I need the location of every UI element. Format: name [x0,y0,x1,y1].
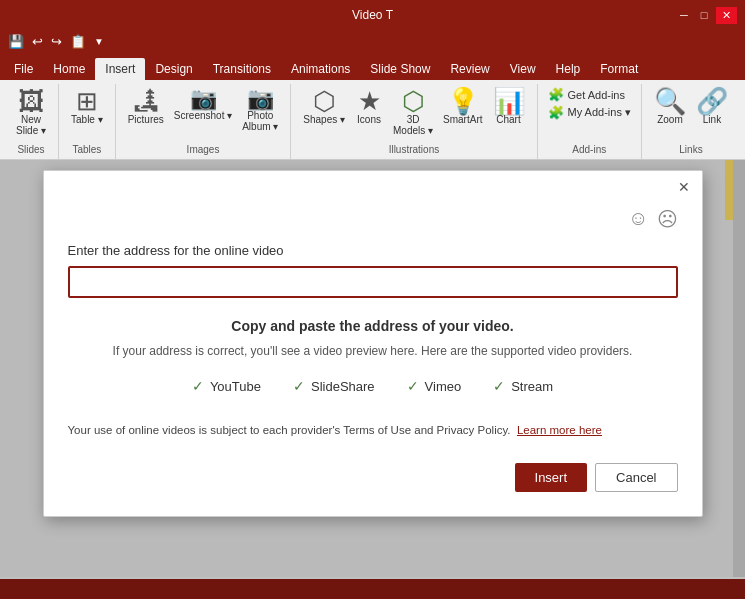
smartart-button[interactable]: 💡 SmartArt [439,86,486,127]
ribbon: 🖼 NewSlide ▾ Slides ⊞ Table ▾ Tables 🏞 P [0,80,745,160]
new-slide-button[interactable]: 🖼 NewSlide ▾ [12,86,50,138]
zoom-label: Zoom [657,114,683,125]
present-icon[interactable]: 📋 [68,32,88,51]
tab-transitions[interactable]: Transitions [203,58,281,80]
chart-button[interactable]: 📊 Chart [489,86,529,127]
icons-button[interactable]: ★ Icons [351,86,387,127]
slides-group-items: 🖼 NewSlide ▾ [12,86,50,144]
tab-slideshow[interactable]: Slide Show [360,58,440,80]
tables-group-label: Tables [72,144,101,157]
screenshot-button[interactable]: 📷 Screenshot ▾ [170,86,236,123]
cancel-button[interactable]: Cancel [595,463,677,492]
providers-row: ✓ YouTube ✓ SlideShare ✓ Vimeo ✓ Stream [68,378,678,394]
tab-animations[interactable]: Animations [281,58,360,80]
tab-help[interactable]: Help [546,58,591,80]
tab-home[interactable]: Home [43,58,95,80]
provider-stream-label: Stream [511,379,553,394]
app-window: Video T ─ □ ✕ 💾 ↩ ↪ 📋 ▼ File Home Insert… [0,0,745,599]
images-group-label: Images [187,144,220,157]
check-vimeo-icon: ✓ [407,378,419,394]
3d-models-button[interactable]: ⬡ 3DModels ▾ [389,86,437,138]
get-addins-button[interactable]: 🧩 Get Add-ins [546,86,627,103]
photo-album-button[interactable]: 📷 PhotoAlbum ▾ [238,86,282,134]
tos-text: Your use of online videos is subject to … [68,424,511,436]
get-addins-icon: 🧩 [548,87,564,102]
link-label: Link [703,114,721,125]
sad-emoji[interactable]: ☹ [657,207,678,231]
title-bar-controls: ─ □ ✕ [676,7,737,24]
dialog-body: ☺ ☹ Enter the address for the online vid… [44,197,702,516]
close-icon[interactable]: ✕ [716,7,737,24]
tab-format[interactable]: Format [590,58,648,80]
tos-row: Your use of online videos is subject to … [68,422,678,439]
title-bar: Video T ─ □ ✕ [0,0,745,30]
zoom-icon: 🔍 [654,88,686,114]
tab-design[interactable]: Design [145,58,202,80]
get-addins-label: Get Add-ins [568,89,625,101]
tab-insert[interactable]: Insert [95,58,145,80]
shapes-button[interactable]: ⬡ Shapes ▾ [299,86,349,127]
provider-youtube-label: YouTube [210,379,261,394]
video-url-input[interactable] [68,266,678,298]
ribbon-group-tables: ⊞ Table ▾ Tables [59,84,116,159]
ribbon-group-images: 🏞 Pictures 📷 Screenshot ▾ 📷 PhotoAlbum ▾… [116,84,292,159]
ribbon-tabs: File Home Insert Design Transitions Anim… [0,52,745,80]
tab-file[interactable]: File [4,58,43,80]
tab-review[interactable]: Review [440,58,499,80]
screenshot-icon: 📷 [190,88,217,110]
provider-slideshare-label: SlideShare [311,379,375,394]
provider-stream: ✓ Stream [493,378,553,394]
check-youtube-icon: ✓ [192,378,204,394]
chart-icon: 📊 [493,88,525,114]
screenshot-label: Screenshot ▾ [174,110,232,121]
my-addins-label: My Add-ins ▾ [568,106,631,119]
my-addins-button[interactable]: 🧩 My Add-ins ▾ [546,104,633,121]
provider-vimeo-label: Vimeo [425,379,462,394]
illustrations-group-items: ⬡ Shapes ▾ ★ Icons ⬡ 3DModels ▾ 💡 SmartA… [299,86,528,144]
shapes-label: Shapes ▾ [303,114,345,125]
restore-icon[interactable]: □ [696,7,712,23]
ribbon-group-illustrations: ⬡ Shapes ▾ ★ Icons ⬡ 3DModels ▾ 💡 SmartA… [291,84,537,159]
illustrations-group-label: Illustrations [389,144,440,157]
tos-link[interactable]: Learn more here [517,424,602,436]
icons-label: Icons [357,114,381,125]
addins-group-items: 🧩 Get Add-ins 🧩 My Add-ins ▾ [546,86,633,144]
shapes-icon: ⬡ [313,88,336,114]
emoji-row: ☺ ☹ [68,207,678,231]
online-video-dialog: ✕ ☺ ☹ Enter the address for the online v… [43,170,703,517]
minimize-icon[interactable]: ─ [676,7,692,23]
dialog-titlebar: ✕ [44,171,702,197]
addins-group-label: Add-ins [572,144,606,157]
redo-icon[interactable]: ↪ [49,32,64,51]
photo-album-icon: 📷 [247,88,274,110]
provider-slideshare: ✓ SlideShare [293,378,375,394]
new-slide-label: NewSlide ▾ [16,114,46,136]
provider-youtube: ✓ YouTube [192,378,261,394]
zoom-button[interactable]: 🔍 Zoom [650,86,690,127]
ribbon-group-addins: 🧩 Get Add-ins 🧩 My Add-ins ▾ Add-ins [538,84,642,159]
link-button[interactable]: 🔗 Link [692,86,732,127]
insert-button[interactable]: Insert [515,463,588,492]
my-addins-icon: 🧩 [548,105,564,120]
table-button[interactable]: ⊞ Table ▾ [67,86,107,127]
dialog-overlay: ✕ ☺ ☹ Enter the address for the online v… [0,160,745,599]
new-slide-icon: 🖼 [18,88,44,114]
quick-access-toolbar: 💾 ↩ ↪ 📋 ▼ [0,30,745,52]
smartart-label: SmartArt [443,114,482,125]
pictures-button[interactable]: 🏞 Pictures [124,86,168,127]
ribbon-group-links: 🔍 Zoom 🔗 Link Links [642,84,740,159]
happy-emoji[interactable]: ☺ [628,207,648,231]
dialog-footer: Insert Cancel [68,455,678,496]
check-stream-icon: ✓ [493,378,505,394]
images-group-items: 🏞 Pictures 📷 Screenshot ▾ 📷 PhotoAlbum ▾ [124,86,283,144]
customize-qa-icon[interactable]: ▼ [92,34,106,49]
dialog-close-button[interactable]: ✕ [674,177,694,197]
slides-group-label: Slides [17,144,44,157]
tab-view[interactable]: View [500,58,546,80]
3d-models-icon: ⬡ [402,88,425,114]
save-icon[interactable]: 💾 [6,32,26,51]
tables-group-items: ⊞ Table ▾ [67,86,107,144]
photo-album-label: PhotoAlbum ▾ [242,110,278,132]
smartart-icon: 💡 [447,88,479,114]
undo-icon[interactable]: ↩ [30,32,45,51]
